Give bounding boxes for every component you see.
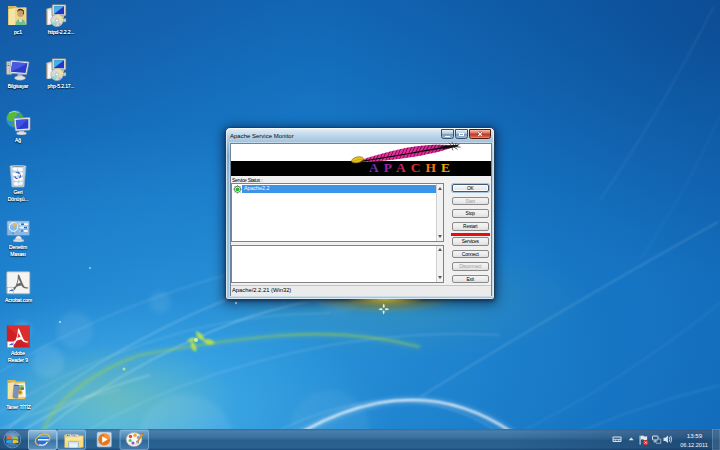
svg-text:06.12.2011: 06.12.2011 (680, 442, 708, 448)
svg-text:APACHE: APACHE (369, 161, 455, 175)
svg-text:13:59: 13:59 (687, 432, 703, 439)
